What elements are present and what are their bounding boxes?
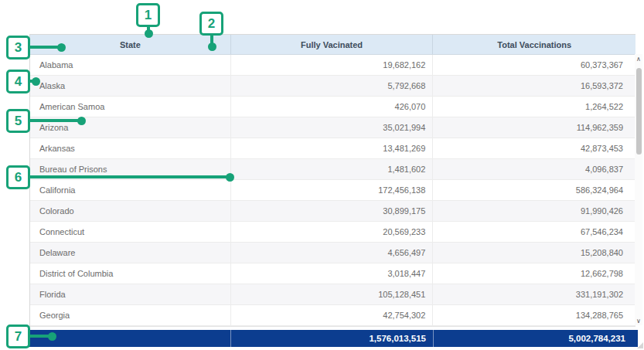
table-row[interactable]: Arkansas 13,481,269 42,873,453 xyxy=(30,138,635,159)
fully-vacinated-cell: 105,128,451 xyxy=(231,284,434,304)
table-row[interactable]: Alabama 19,682,162 60,373,367 xyxy=(30,55,635,76)
callout-5-dot xyxy=(77,117,86,125)
fully-vacinated-cell: 426,070 xyxy=(231,97,434,117)
callout-4-label: 4 xyxy=(15,74,22,90)
state-cell: Georgia xyxy=(30,305,231,325)
table-row[interactable]: California 172,456,138 586,324,964 xyxy=(30,180,635,201)
totals-total-vaccinations-cell: 5,002,784,231 xyxy=(433,330,638,347)
total-vaccinations-cell: 331,191,302 xyxy=(433,284,635,304)
callout-3-label: 3 xyxy=(15,40,22,56)
fully-vacinated-cell: 19,682,162 xyxy=(231,55,434,75)
state-cell: Delaware xyxy=(30,243,231,263)
callout-2-box: 2 xyxy=(199,12,223,36)
total-vaccinations-cell: 586,324,964 xyxy=(433,180,635,200)
fully-vacinated-cell: 1,481,602 xyxy=(231,159,434,179)
fully-vacinated-cell: 13,481,269 xyxy=(231,138,434,158)
callout-1-label: 1 xyxy=(145,8,152,23)
table-row[interactable]: Georgia 42,754,302 134,288,765 xyxy=(30,305,635,326)
totals-fully-vacinated-cell: 1,576,013,515 xyxy=(230,330,433,347)
callout-6-box: 6 xyxy=(6,165,30,189)
column-header-fully-vacinated[interactable]: Fully Vacinated xyxy=(231,35,434,54)
fully-vacinated-cell: 5,792,668 xyxy=(231,76,434,96)
callout-5-box: 5 xyxy=(6,109,30,133)
callout-6-label: 6 xyxy=(15,170,22,185)
state-cell: Arkansas xyxy=(30,138,231,158)
table-row[interactable]: Connecticut 20,569,233 67,546,234 xyxy=(30,222,635,243)
fully-vacinated-cell: 42,754,302 xyxy=(231,305,434,325)
scroll-down-button[interactable]: ∨ xyxy=(635,316,642,325)
table-row[interactable]: Delaware 4,656,497 15,208,840 xyxy=(30,243,635,263)
total-vaccinations-cell: 15,208,840 xyxy=(433,243,635,263)
state-cell: Alabama xyxy=(30,55,231,75)
totals-row: 1,576,013,515 5,002,784,231 xyxy=(29,330,638,347)
callout-1-dot xyxy=(145,29,153,38)
dashboard-canvas: State Fully Vacinated Total Vaccinations… xyxy=(0,0,644,350)
table-row[interactable]: Arizona 35,021,994 114,962,359 xyxy=(30,117,635,138)
table-row[interactable]: Colorado 30,899,175 91,990,426 xyxy=(30,201,635,222)
total-vaccinations-cell: 134,288,765 xyxy=(433,305,635,325)
totals-state-cell xyxy=(29,330,230,347)
callout-3-connector xyxy=(29,46,61,49)
state-cell: Florida xyxy=(30,284,231,304)
vertical-scrollbar[interactable]: ∧ ∨ xyxy=(635,54,642,325)
callout-3-box: 3 xyxy=(6,36,30,59)
scrollbar-thumb[interactable] xyxy=(636,68,642,155)
total-vaccinations-cell: 1,264,522 xyxy=(433,97,635,117)
callout-3-dot xyxy=(57,43,66,52)
callout-2-dot xyxy=(208,42,216,51)
callout-6-dot xyxy=(226,173,234,182)
resize-grip-icon[interactable] xyxy=(637,342,643,348)
callout-7-dot xyxy=(48,332,56,341)
total-vaccinations-cell: 67,546,234 xyxy=(433,222,635,242)
table-row[interactable]: District of Columbia 3,018,447 12,662,79… xyxy=(30,263,635,284)
fully-vacinated-cell: 4,656,497 xyxy=(231,243,434,263)
state-cell: Alaska xyxy=(30,76,231,96)
table-row[interactable]: Alaska 5,792,668 16,593,372 xyxy=(30,76,635,97)
state-cell: Connecticut xyxy=(30,222,231,242)
table-row[interactable]: American Samoa 426,070 1,264,522 xyxy=(30,97,635,117)
callout-7-label: 7 xyxy=(15,329,22,345)
state-cell: American Samoa xyxy=(30,97,231,117)
total-vaccinations-cell: 114,962,359 xyxy=(433,117,635,138)
table-body: Alabama 19,682,162 60,373,367 Alaska 5,7… xyxy=(30,55,635,327)
callout-4-box: 4 xyxy=(6,70,30,93)
callout-4-dot xyxy=(32,77,40,86)
fully-vacinated-cell: 35,021,994 xyxy=(231,117,434,138)
total-vaccinations-cell: 91,990,426 xyxy=(433,201,635,221)
state-cell: Colorado xyxy=(30,201,231,221)
state-cell: California xyxy=(30,180,231,200)
table-row[interactable]: Florida 105,128,451 331,191,302 xyxy=(30,284,635,305)
callout-7-box: 7 xyxy=(6,325,30,348)
vaccination-table: State Fully Vacinated Total Vaccinations… xyxy=(29,34,635,327)
column-header-total-vaccinations[interactable]: Total Vaccinations xyxy=(433,35,635,54)
fully-vacinated-cell: 172,456,138 xyxy=(231,180,434,200)
fully-vacinated-cell: 3,018,447 xyxy=(231,263,434,284)
total-vaccinations-cell: 16,593,372 xyxy=(433,76,635,96)
fully-vacinated-cell: 30,899,175 xyxy=(231,201,434,221)
chevron-down-icon: ∨ xyxy=(636,318,641,325)
fully-vacinated-cell: 20,569,233 xyxy=(231,222,434,242)
chevron-up-icon: ∧ xyxy=(636,56,641,63)
callout-6-connector xyxy=(29,175,230,178)
total-vaccinations-cell: 42,873,453 xyxy=(433,138,635,158)
total-vaccinations-cell: 4,096,837 xyxy=(433,159,635,179)
callout-1-box: 1 xyxy=(136,3,160,27)
scroll-up-button[interactable]: ∧ xyxy=(635,54,642,63)
callout-5-connector xyxy=(29,119,81,122)
callout-2-label: 2 xyxy=(208,16,215,32)
total-vaccinations-cell: 12,662,798 xyxy=(433,263,635,284)
state-cell: District of Columbia xyxy=(30,263,231,284)
callout-5-label: 5 xyxy=(15,114,22,129)
total-vaccinations-cell: 60,373,367 xyxy=(433,55,635,75)
table-header: State Fully Vacinated Total Vaccinations xyxy=(30,35,635,55)
